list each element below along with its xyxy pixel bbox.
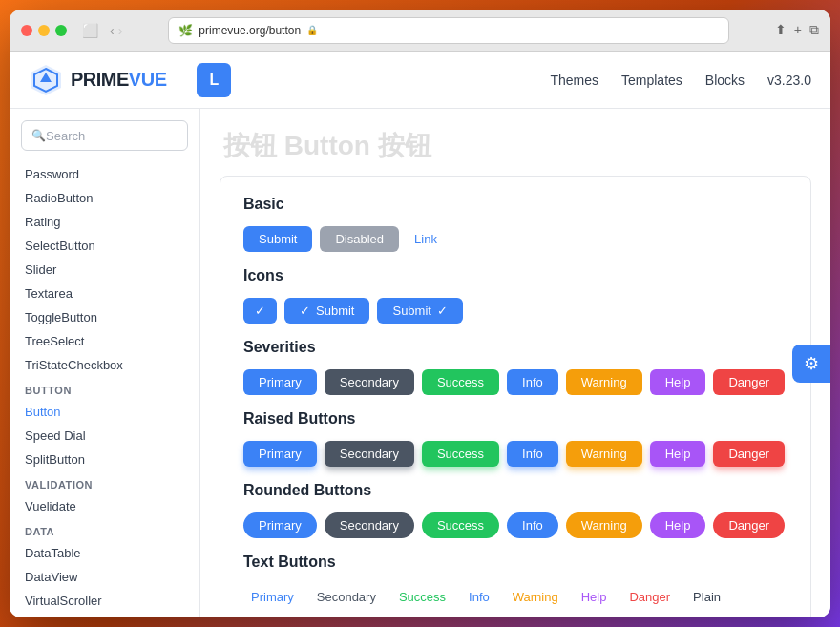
rounded-help-button[interactable]: Help: [650, 512, 706, 538]
sidebar-section-button: BUTTON: [10, 377, 200, 400]
section-icons: Icons ✓ ✓ Submit Submit ✓: [243, 267, 788, 324]
severity-danger-button[interactable]: Danger: [713, 369, 785, 395]
sidebar-item-vuelidate[interactable]: Vuelidate: [10, 494, 200, 518]
sidebar-section-validation: VALIDATION: [10, 471, 200, 494]
icon-only-button[interactable]: ✓: [243, 298, 277, 324]
sidebar-item-radiobutton[interactable]: RadioButton: [10, 186, 200, 210]
forward-icon[interactable]: ›: [118, 23, 123, 38]
window-controls: ⬜: [82, 23, 98, 38]
logo-area: PRIMEVUE: [29, 63, 166, 97]
raised-help-button[interactable]: Help: [650, 441, 706, 467]
severity-warning-button[interactable]: Warning: [566, 369, 642, 395]
section-raised-title: Raised Buttons: [243, 410, 788, 428]
sidebar-item-password[interactable]: Password: [10, 162, 200, 186]
check-icon-left: ✓: [300, 304, 310, 317]
favicon-icon: 🌿: [178, 24, 193, 37]
sidebar-item-textarea[interactable]: Textarea: [10, 282, 200, 305]
nav-links: Themes Templates Blocks v3.23.0: [550, 73, 811, 88]
text-info-button[interactable]: Info: [461, 584, 497, 610]
section-severities-title: Severities: [243, 339, 788, 356]
text-secondary-button[interactable]: Secondary: [309, 584, 384, 610]
content-area: 🔍 Search Password RadioButton Rating Sel…: [10, 109, 830, 617]
text-success-button[interactable]: Success: [391, 584, 453, 610]
new-tab-icon[interactable]: +: [794, 22, 802, 38]
text-warning-button[interactable]: Warning: [505, 584, 566, 610]
submit-button[interactable]: Submit: [243, 226, 312, 252]
sidebar-item-treeselect[interactable]: TreeSelect: [10, 329, 200, 353]
search-input[interactable]: 🔍 Search: [21, 120, 188, 151]
sidebar: 🔍 Search Password RadioButton Rating Sel…: [10, 109, 200, 617]
text-buttons: Primary Secondary Success Info Warning H…: [243, 584, 788, 610]
section-text-title: Text Buttons: [243, 554, 788, 571]
severity-primary-button[interactable]: Primary: [243, 369, 317, 395]
severity-help-button[interactable]: Help: [650, 369, 706, 395]
text-primary-button[interactable]: Primary: [243, 584, 302, 610]
share-icon[interactable]: ⬆: [775, 22, 787, 38]
rounded-primary-button[interactable]: Primary: [243, 512, 317, 538]
tab-bar-controls: ⬆ + ⧉: [775, 22, 819, 38]
logo-text: PRIMEVUE: [71, 69, 166, 91]
raised-warning-button[interactable]: Warning: [566, 441, 642, 467]
section-icons-title: Icons: [243, 267, 788, 284]
sidebar-item-slider[interactable]: Slider: [10, 258, 200, 282]
sidebar-toggle-icon[interactable]: ⬜: [82, 23, 98, 38]
maximize-button[interactable]: [55, 25, 67, 36]
minimize-button[interactable]: [38, 25, 50, 36]
text-help-button[interactable]: Help: [574, 584, 615, 610]
section-severities: Severities Primary Secondary Success Inf…: [243, 339, 788, 395]
sidebar-item-rating[interactable]: Rating: [10, 210, 200, 234]
sidebar-item-tristatecheckbox[interactable]: TriStateCheckbox: [10, 353, 200, 377]
sidebar-section-data: DATA: [10, 518, 200, 541]
severity-secondary-button[interactable]: Secondary: [325, 369, 414, 395]
raised-info-button[interactable]: Info: [507, 441, 558, 467]
section-rounded: Rounded Buttons Primary Secondary Succes…: [243, 482, 788, 538]
rounded-info-button[interactable]: Info: [507, 512, 558, 538]
sidebar-item-splitbutton[interactable]: SplitButton: [10, 448, 200, 471]
address-bar[interactable]: 🌿 primevue.org/button 🔒: [168, 17, 728, 44]
raised-secondary-button[interactable]: Secondary: [325, 441, 414, 467]
rounded-buttons: Primary Secondary Success Info Warning H…: [243, 512, 788, 538]
browser-window: ⬜ ‹ › 🌿 primevue.org/button 🔒 ⬆ + ⧉: [10, 10, 830, 617]
basic-buttons: Submit Disabled Link: [243, 226, 788, 252]
main-content: 按钮 Button 按钮 Basic Submit Disabled Link …: [200, 109, 830, 617]
sidebar-item-datatable[interactable]: DataTable: [10, 541, 200, 565]
sidebar-item-virtualscroller[interactable]: VirtualScroller: [10, 589, 200, 613]
text-danger-button[interactable]: Danger: [621, 584, 678, 610]
severity-success-button[interactable]: Success: [422, 369, 499, 395]
rounded-secondary-button[interactable]: Secondary: [325, 512, 414, 538]
rounded-success-button[interactable]: Success: [422, 512, 499, 538]
rounded-danger-button[interactable]: Danger: [713, 512, 785, 538]
close-button[interactable]: [21, 25, 32, 36]
text-plain-button[interactable]: Plain: [685, 584, 728, 610]
back-icon[interactable]: ‹: [110, 23, 115, 38]
sidebar-item-dataview[interactable]: DataView: [10, 565, 200, 589]
traffic-lights: [21, 25, 67, 36]
settings-icon: ⚙: [804, 353, 819, 374]
nav-blocks[interactable]: Blocks: [705, 73, 745, 88]
sidebar-item-button[interactable]: Button: [10, 400, 200, 424]
raised-primary-button[interactable]: Primary: [243, 441, 317, 467]
icon-right-button[interactable]: Submit ✓: [377, 298, 462, 324]
raised-success-button[interactable]: Success: [422, 441, 499, 467]
nav-themes[interactable]: Themes: [550, 73, 598, 88]
top-nav: PRIMEVUE L Themes Templates Blocks v3.23…: [10, 52, 830, 109]
search-placeholder: Search: [46, 129, 85, 143]
sidebar-item-togglebutton[interactable]: ToggleButton: [10, 305, 200, 329]
sidebar-item-speeddial[interactable]: Speed Dial: [10, 424, 200, 448]
section-rounded-title: Rounded Buttons: [243, 482, 788, 499]
nav-templates[interactable]: Templates: [621, 73, 682, 88]
logo-svg-icon: [29, 63, 63, 97]
rounded-warning-button[interactable]: Warning: [566, 512, 642, 538]
raised-danger-button[interactable]: Danger: [713, 441, 785, 467]
severity-info-button[interactable]: Info: [507, 369, 558, 395]
page-title: 按钮 Button 按钮: [200, 109, 830, 176]
demo-card: Basic Submit Disabled Link Icons ✓: [220, 176, 811, 617]
theme-button[interactable]: L: [197, 63, 231, 97]
icon-left-button[interactable]: ✓ Submit: [284, 298, 369, 324]
settings-fab[interactable]: ⚙: [792, 345, 830, 383]
sidebar-item-selectbutton[interactable]: SelectButton: [10, 234, 200, 258]
link-button[interactable]: Link: [407, 226, 445, 252]
tab-overview-icon[interactable]: ⧉: [809, 22, 819, 38]
titlebar: ⬜ ‹ › 🌿 primevue.org/button 🔒 ⬆ + ⧉: [10, 10, 830, 52]
icons-buttons: ✓ ✓ Submit Submit ✓: [243, 298, 788, 324]
